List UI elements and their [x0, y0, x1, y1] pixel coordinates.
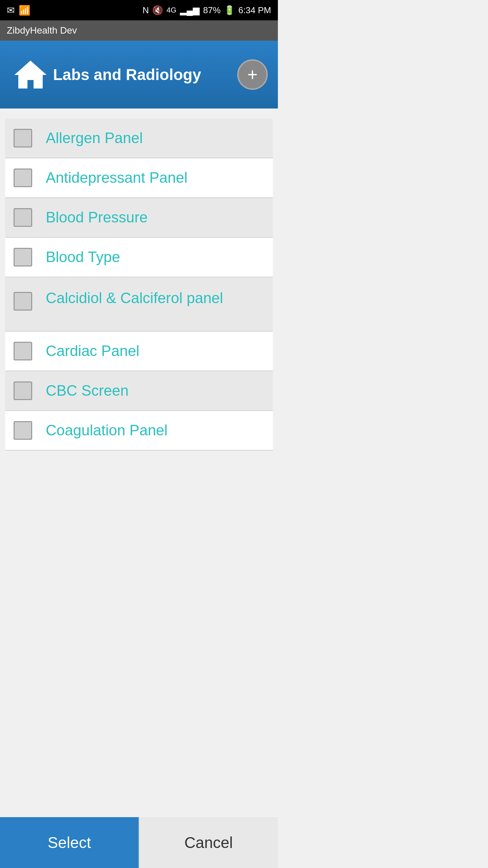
lte-icon: 4G — [166, 6, 176, 15]
add-button[interactable]: + — [237, 59, 268, 90]
mail-icon: ✉ — [7, 5, 15, 16]
checkbox-cbc-screen[interactable] — [14, 381, 32, 400]
item-label: CBC Screen — [46, 382, 129, 400]
item-label: Cardiac Panel — [46, 342, 139, 360]
checkbox-allergen-panel[interactable] — [14, 129, 32, 147]
item-label: Calcidiol & Calciferol panel — [46, 289, 223, 307]
select-button[interactable]: Select — [0, 817, 139, 868]
nfc-icon: N — [143, 5, 149, 16]
list-item[interactable]: Calcidiol & Calciferol panel — [5, 277, 273, 332]
list-item[interactable]: Coagulation Panel — [5, 411, 273, 451]
status-bar: ✉ 📶 N 🔇 4G ▂▄▆ 87% 🔋 6:34 PM — [0, 0, 278, 20]
list-item[interactable]: Allergen Panel — [5, 119, 273, 158]
checkbox-cardiac-panel[interactable] — [14, 342, 32, 360]
checkbox-coagulation-panel[interactable] — [14, 421, 32, 440]
signal-bars: ▂▄▆ — [180, 5, 200, 16]
cancel-button[interactable]: Cancel — [139, 817, 278, 868]
list-item[interactable]: Antidepressant Panel — [5, 158, 273, 198]
bottom-buttons: Select Cancel — [0, 817, 278, 868]
item-label: Coagulation Panel — [46, 421, 168, 439]
list-item[interactable]: CBC Screen — [5, 371, 273, 411]
page-title: Labs and Radiology — [17, 65, 237, 84]
item-label: Allergen Panel — [46, 129, 143, 147]
battery-icon: 🔋 — [224, 5, 235, 16]
status-bar-left: ✉ 📶 — [7, 5, 30, 16]
item-label: Blood Pressure — [46, 209, 148, 226]
wifi-icon: 📶 — [19, 5, 30, 16]
header: Labs and Radiology + — [0, 41, 278, 108]
list-item[interactable]: Cardiac Panel — [5, 332, 273, 371]
mute-icon: 🔇 — [152, 5, 163, 16]
checkbox-antidepressant-panel[interactable] — [14, 169, 32, 187]
status-bar-right: N 🔇 4G ▂▄▆ 87% 🔋 6:34 PM — [143, 5, 271, 16]
clock: 6:34 PM — [238, 5, 271, 16]
content-area: Allergen Panel Antidepressant Panel Bloo… — [0, 108, 278, 573]
app-title-bar: ZibdyHealth Dev — [0, 20, 278, 41]
item-label: Antidepressant Panel — [46, 169, 187, 187]
item-label: Blood Type — [46, 248, 120, 266]
list-item[interactable]: Blood Pressure — [5, 198, 273, 238]
checkbox-calcidiol[interactable] — [14, 292, 32, 311]
list-item[interactable]: Blood Type — [5, 238, 273, 277]
battery-percent: 87% — [203, 5, 221, 16]
checkbox-blood-type[interactable] — [14, 248, 32, 267]
app-title: ZibdyHealth Dev — [7, 25, 77, 36]
checkbox-blood-pressure[interactable] — [14, 208, 32, 227]
